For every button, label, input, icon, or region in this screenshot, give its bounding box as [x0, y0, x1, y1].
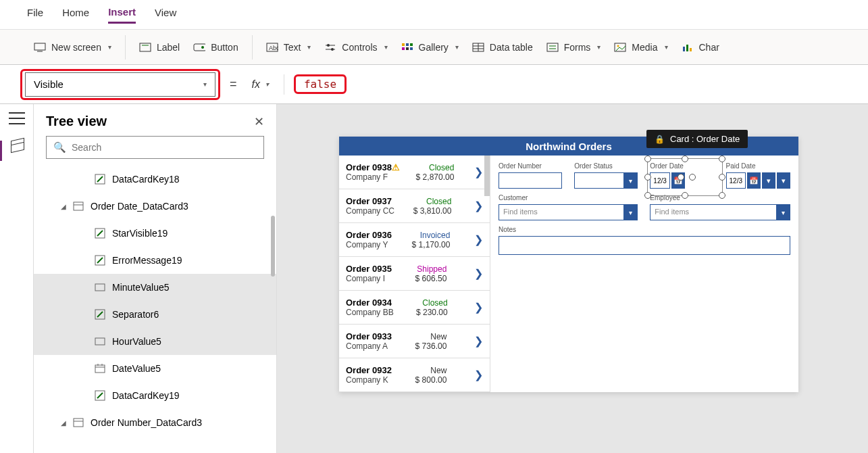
tree-item[interactable]: DataCardKey19 — [34, 382, 276, 409]
order-row[interactable]: Order 0934Company BBClosed$ 230.00❯ — [339, 291, 490, 325]
svg-rect-14 — [410, 43, 413, 46]
svg-rect-48 — [74, 419, 83, 427]
menu-view[interactable]: View — [155, 7, 176, 22]
menu-bar: File Home Insert View — [0, 0, 868, 30]
order-row[interactable]: Order 0936Company YInvoiced$ 1,170.00❯ — [339, 223, 490, 257]
hamburger-icon[interactable] — [9, 112, 25, 124]
card-tooltip: Card : Order Date — [646, 130, 748, 148]
charts-button[interactable]: Char — [682, 42, 719, 53]
field-notes: Notes — [499, 226, 790, 255]
tree-item[interactable]: ErrorMessage19 — [34, 247, 276, 274]
tree-list[interactable]: DataCardKey18◢Order Date_DataCard3StarVi… — [34, 166, 276, 453]
scrollbar-thumb[interactable] — [271, 216, 275, 277]
order-status: Closed — [426, 197, 451, 206]
text-btn-label: Text — [284, 42, 301, 53]
expander-icon[interactable]: ◢ — [61, 203, 66, 210]
chevron-down-icon[interactable]: ▾ — [777, 172, 790, 189]
selection-box — [647, 158, 723, 196]
gallery-button[interactable]: Gallery ▾ — [401, 42, 459, 53]
tree-item[interactable]: DateValue5 — [34, 355, 276, 382]
tree-item-label: MinuteValue5 — [112, 282, 170, 293]
tree-item[interactable]: DataCardKey18 — [34, 166, 276, 193]
expander-icon[interactable]: ◢ — [61, 419, 66, 427]
tree-item[interactable]: ◢Order Number_DataCard3 — [34, 409, 276, 436]
close-icon[interactable]: ✕ — [254, 114, 264, 129]
tree-item[interactable]: Separator6 — [34, 301, 276, 328]
order-number: Order 0937 — [346, 196, 394, 206]
paid-date-input[interactable]: 12/3 📅 ▾ ▾ — [726, 172, 790, 189]
property-selector[interactable]: Visible ▾ — [25, 72, 215, 97]
controls-button[interactable]: Controls ▾ — [324, 42, 387, 53]
forms-button[interactable]: Forms ▾ — [546, 42, 601, 53]
search-input[interactable] — [72, 142, 257, 153]
formula-bar: Visible ▾ = fx ▾ false — [0, 65, 868, 104]
gallery-icon — [401, 43, 413, 52]
svg-point-5 — [201, 46, 204, 49]
notes-input[interactable] — [499, 236, 790, 255]
button-btn-label: Button — [211, 42, 238, 53]
menu-home[interactable]: Home — [62, 7, 89, 22]
cal-icon — [95, 363, 105, 374]
order-company: Company Y — [346, 240, 392, 249]
order-number-input[interactable] — [499, 172, 562, 189]
datatable-button[interactable]: Data table — [472, 42, 533, 53]
button-button[interactable]: Button — [193, 42, 238, 53]
svg-rect-22 — [547, 43, 558, 51]
svg-text:Abc: Abc — [269, 45, 278, 51]
order-row[interactable]: Order 0935Company IShipped$ 606.50❯ — [339, 257, 490, 291]
order-row[interactable]: Order 0932Company KNew$ 800.00❯ — [339, 358, 490, 392]
order-amount: $ 736.00 — [415, 341, 447, 351]
tree-item[interactable]: HourValue5 — [34, 328, 276, 355]
warning-icon: ⚠ — [392, 162, 400, 172]
charts-btn-label: Char — [699, 42, 719, 53]
order-company: Company CC — [346, 206, 394, 216]
menu-insert[interactable]: Insert — [108, 6, 136, 24]
svg-rect-29 — [690, 48, 692, 51]
customer-select[interactable]: Find items ▾ — [499, 204, 638, 220]
order-row[interactable]: Order 0937Company CCClosed$ 3,810.00❯ — [339, 189, 490, 223]
chevron-right-icon: ❯ — [474, 368, 483, 381]
media-button[interactable]: Media ▾ — [614, 42, 667, 53]
search-box[interactable]: 🔍 — [46, 136, 264, 159]
order-company: Company F — [346, 172, 400, 182]
order-status: Closed — [429, 163, 454, 172]
tree-item-label: StarVisible19 — [112, 228, 168, 239]
svg-rect-17 — [410, 47, 413, 50]
new-screen-button[interactable]: New screen ▾ — [34, 42, 111, 53]
tree-item[interactable]: StarVisible19 — [34, 220, 276, 247]
chevron-down-icon[interactable]: ▾ — [762, 172, 775, 189]
menu-file[interactable]: File — [27, 7, 43, 22]
label-button[interactable]: Label — [139, 42, 180, 53]
svg-point-9 — [327, 44, 330, 47]
svg-rect-15 — [402, 47, 405, 50]
tree-item[interactable]: ◢Order Date_DataCard3 — [34, 193, 276, 220]
chevron-right-icon: ❯ — [474, 199, 483, 212]
field-paid-date: Paid Date 12/3 📅 ▾ ▾ — [726, 162, 790, 189]
pen-icon — [95, 174, 105, 185]
text-button[interactable]: Abc Text ▾ — [266, 42, 311, 53]
chevron-down-icon: ▾ — [623, 205, 637, 220]
formula-value[interactable]: false — [299, 78, 342, 91]
fx-button[interactable]: fx ▾ — [247, 78, 274, 91]
order-number: Order 0934 — [346, 297, 394, 308]
media-icon — [614, 43, 626, 52]
forms-icon — [546, 43, 559, 52]
chevron-down-icon: ▾ — [203, 80, 207, 88]
order-gallery[interactable]: Order 0938⚠Company FClosed$ 2,870.00❯Ord… — [339, 156, 490, 392]
scrollbar-thumb[interactable] — [484, 156, 490, 196]
tree-view-icon[interactable] — [9, 137, 24, 151]
order-row[interactable]: Order 0933Company ANew$ 736.00❯ — [339, 325, 490, 358]
svg-rect-42 — [95, 365, 105, 373]
canvas[interactable]: Card : Order Date Northwind Orders Order… — [277, 104, 868, 453]
svg-line-37 — [97, 258, 103, 263]
tree-item-label: ErrorMessage19 — [112, 255, 182, 266]
chevron-down-icon: ▾ — [597, 43, 601, 51]
svg-line-40 — [97, 312, 103, 317]
tree-item[interactable]: MinuteValue5 — [34, 274, 276, 301]
calendar-icon[interactable]: 📅 — [747, 172, 761, 189]
employee-select[interactable]: Find items ▾ — [650, 204, 790, 220]
chevron-down-icon: ▾ — [384, 43, 388, 51]
order-number: Order 0935 — [346, 264, 392, 274]
order-status-select[interactable]: ▾ — [574, 172, 638, 189]
order-row[interactable]: Order 0938⚠Company FClosed$ 2,870.00❯ — [339, 156, 490, 189]
